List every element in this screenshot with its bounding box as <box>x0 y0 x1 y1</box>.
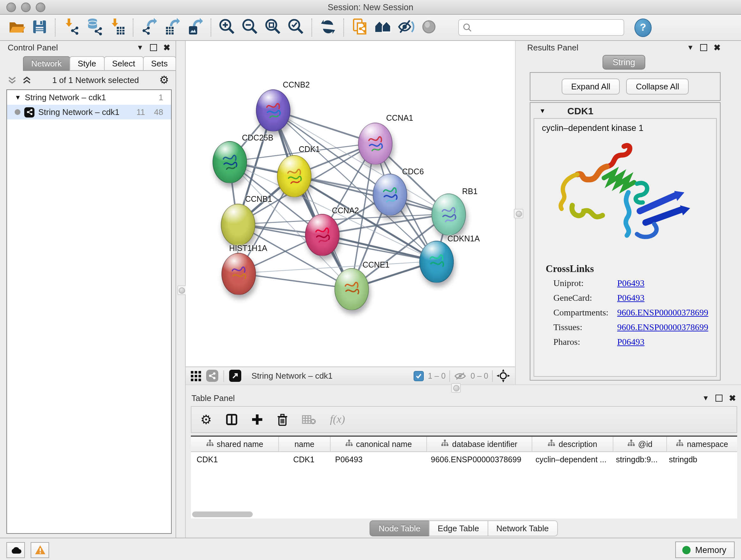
right-splitter-handle[interactable] <box>514 209 523 219</box>
zoom-selected-button[interactable] <box>285 17 308 38</box>
delete-table-icon[interactable] <box>302 415 316 425</box>
table-panel-float-icon[interactable] <box>716 395 723 401</box>
save-session-button[interactable] <box>28 17 51 38</box>
collapse-all-button[interactable]: Collapse All <box>626 78 689 95</box>
node-CCNE1[interactable] <box>334 268 369 310</box>
import-table-button[interactable] <box>106 17 129 38</box>
create-column-plus-icon[interactable] <box>252 414 263 425</box>
search-box[interactable] <box>458 19 624 36</box>
show-eye-button[interactable] <box>417 17 441 38</box>
cell-canonical-name[interactable]: P06493 <box>329 455 425 464</box>
node-CDK1[interactable] <box>277 155 312 197</box>
node-CDC25B[interactable] <box>212 141 247 183</box>
table-panel-menu-icon[interactable]: ▼ <box>702 395 709 401</box>
cell--id[interactable]: stringdb:9... <box>610 455 663 464</box>
zoom-out-button[interactable] <box>239 17 262 38</box>
collection-expand-arrow-icon[interactable]: ▼ <box>15 94 21 101</box>
column-header-canonical-name[interactable]: canonical name <box>331 437 427 451</box>
tab-style[interactable]: Style <box>69 56 105 71</box>
crosslink-link[interactable]: P06493 <box>617 337 645 347</box>
function-builder-icon[interactable]: f(x) <box>330 413 345 426</box>
hidden-elements-eye-icon[interactable] <box>454 371 467 380</box>
zoom-fit-button[interactable] <box>262 17 285 38</box>
tab-edge-table[interactable]: Edge Table <box>429 520 488 536</box>
hide-results-panel-button[interactable] <box>394 17 417 38</box>
column-header--id[interactable]: @id <box>613 437 667 451</box>
tab-node-table[interactable]: Node Table <box>369 520 429 536</box>
open-session-button[interactable] <box>5 17 28 38</box>
results-panel-float-icon[interactable] <box>700 44 707 51</box>
node-CCNB1[interactable] <box>221 204 255 246</box>
selected-nodes-checkbox[interactable] <box>414 371 424 381</box>
export-table-button[interactable] <box>161 17 184 38</box>
table-options-gear-icon[interactable]: ⚙ <box>200 413 212 426</box>
tab-network-table[interactable]: Network Table <box>487 520 557 536</box>
string-document-button[interactable] <box>348 17 372 38</box>
bottom-splitter-handle[interactable] <box>451 383 461 393</box>
birdseye-grid-icon[interactable] <box>191 371 201 381</box>
network-collection-row[interactable]: ▼ String Network – cdk1 1 <box>7 90 171 105</box>
tab-select[interactable]: Select <box>104 56 143 71</box>
home-pages-button[interactable] <box>372 17 394 38</box>
table-row[interactable]: CDK1CDK1P064939606.ENSP00000378699cyclin… <box>191 452 737 467</box>
search-input[interactable] <box>474 22 620 33</box>
collapse-all-icon[interactable] <box>8 76 17 84</box>
column-header-description[interactable]: description <box>532 437 613 451</box>
expand-all-icon[interactable] <box>22 76 32 84</box>
network-overview-icon[interactable] <box>206 370 218 382</box>
table-horizontal-scrollbar[interactable] <box>192 511 733 517</box>
fit-selected-crosshair-icon[interactable] <box>496 369 510 382</box>
cloud-status-button[interactable] <box>6 542 25 558</box>
tab-network[interactable]: Network <box>23 56 70 71</box>
help-button[interactable]: ? <box>634 18 652 37</box>
show-columns-icon[interactable] <box>226 414 238 425</box>
warning-status-button[interactable] <box>30 542 49 558</box>
tab-string[interactable]: String <box>603 55 646 70</box>
cell-name[interactable]: CDK1 <box>278 455 329 464</box>
open-in-new-window-icon[interactable] <box>229 370 241 382</box>
cell-namespace[interactable]: stringdb <box>663 455 733 464</box>
crosslink-link[interactable]: 9606.ENSP00000378699 <box>617 322 708 332</box>
export-network-button[interactable] <box>138 17 161 38</box>
cell-shared-name[interactable]: CDK1 <box>191 455 278 464</box>
column-header-name[interactable]: name <box>279 437 331 451</box>
export-image-button[interactable] <box>184 17 207 38</box>
delete-column-trash-icon[interactable] <box>277 414 288 426</box>
control-panel-float-icon[interactable] <box>150 44 157 51</box>
zoom-in-button[interactable] <box>216 17 239 38</box>
node-CDKN1A[interactable] <box>419 241 454 283</box>
table-panel-close-icon[interactable]: ✖ <box>729 393 736 403</box>
refresh-button[interactable] <box>317 17 340 38</box>
right-splitter[interactable] <box>515 41 522 384</box>
node-CCNB2[interactable] <box>256 89 290 132</box>
crosslink-link[interactable]: P06493 <box>617 293 645 303</box>
network-canvas[interactable]: CCNB2CCNA1CDC25BCDK1CDC6RB1CCNB1CCNA2CDK… <box>186 41 515 367</box>
cell-description[interactable]: cyclin–dependent ... <box>530 455 610 464</box>
crosslink-link[interactable]: 9606.ENSP00000378699 <box>617 307 708 318</box>
node-CCNA2[interactable] <box>305 214 340 256</box>
import-database-button[interactable] <box>83 17 106 38</box>
column-header-database-identifier[interactable]: database identifier <box>427 437 532 451</box>
cell-database-identifier[interactable]: 9606.ENSP00000378699 <box>425 455 530 464</box>
tab-sets[interactable]: Sets <box>143 56 176 71</box>
node-CDC6[interactable] <box>373 174 407 216</box>
left-splitter-handle[interactable] <box>178 286 187 295</box>
node-HIST1H1A[interactable] <box>221 253 256 295</box>
control-panel-close-icon[interactable]: ✖ <box>163 43 171 52</box>
node-RB1[interactable] <box>431 193 466 236</box>
column-header-shared-name[interactable]: shared name <box>191 437 279 451</box>
results-panel-close-icon[interactable]: ✖ <box>714 43 721 52</box>
network-options-gear-icon[interactable]: ⚙ <box>159 75 169 85</box>
control-panel-menu-icon[interactable]: ▼ <box>137 44 144 51</box>
left-splitter[interactable] <box>176 41 186 538</box>
memory-button[interactable]: Memory <box>675 542 735 558</box>
import-network-button[interactable] <box>60 17 83 38</box>
results-panel-menu-icon[interactable]: ▼ <box>687 44 694 51</box>
node-CCNA1[interactable] <box>358 123 393 165</box>
column-header-namespace[interactable]: namespace <box>667 437 737 451</box>
crosslink-link[interactable]: P06493 <box>617 278 645 288</box>
entry-collapse-arrow-icon[interactable]: ▼ <box>539 107 546 114</box>
expand-all-button[interactable]: Expand All <box>562 78 620 95</box>
network-row[interactable]: String Network – cdk1 11 48 <box>7 105 171 119</box>
bottom-splitter[interactable] <box>186 384 741 391</box>
